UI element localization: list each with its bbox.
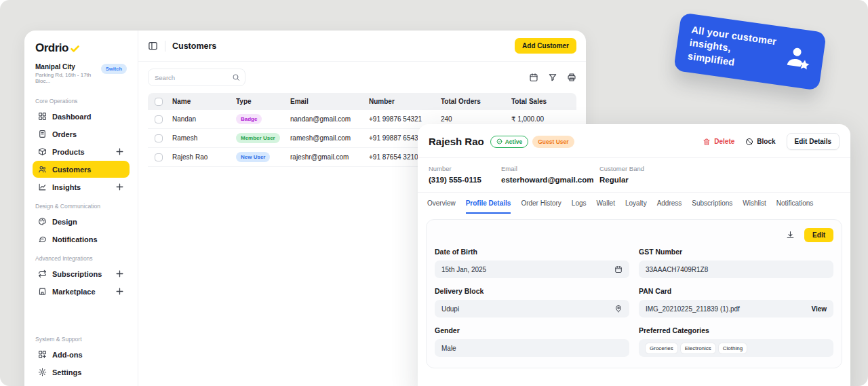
sidebar-item-notifications[interactable]: Notifications	[33, 231, 130, 248]
field-label: Delivery Block	[435, 287, 629, 295]
table-toolbar	[138, 62, 586, 92]
form-grid: Date of Birth 15th Jan, 2025 GST Number …	[435, 248, 833, 357]
sidebar-collapse-icon[interactable]	[148, 41, 158, 51]
field-delivery-block: Delivery Block Udupi	[435, 287, 629, 317]
brand-logo-text: Ordrio	[35, 41, 68, 55]
tab-wallet[interactable]: Wallet	[597, 199, 615, 214]
sidebar-item-settings[interactable]: Settings	[33, 364, 130, 381]
delete-button[interactable]: Delete	[703, 138, 734, 146]
switch-store-button[interactable]: Switch	[101, 64, 127, 74]
search-icon	[232, 73, 240, 81]
preferred-categories-input[interactable]: Groceries Electronics Clothing	[639, 339, 833, 357]
field-label: PAN Card	[639, 287, 833, 295]
tab-logs[interactable]: Logs	[572, 199, 587, 214]
row-checkbox[interactable]	[155, 134, 163, 142]
tab-notifications[interactable]: Notifications	[776, 199, 813, 214]
calendar-icon[interactable]	[614, 265, 623, 273]
sidebar-item-label: Settings	[52, 368, 124, 377]
info-value: (319) 555-0115	[429, 176, 501, 184]
view-pan-link[interactable]: View	[811, 305, 827, 313]
printer-icon[interactable]	[567, 73, 576, 82]
info-email: Email esterhoward@gmail.com	[501, 165, 599, 184]
plus-icon[interactable]	[115, 269, 124, 278]
edit-button[interactable]: Edit	[804, 228, 833, 242]
tab-wishlist[interactable]: Wishlist	[743, 199, 766, 214]
sidebar-item-insights[interactable]: Insights	[33, 178, 130, 195]
sidebar-item-label: Add-ons	[52, 351, 124, 359]
table-header-row: Name Type Email Number Total Orders Tota…	[148, 93, 576, 110]
tab-overview[interactable]: Overview	[427, 199, 456, 214]
marketplace-icon	[38, 287, 47, 296]
download-icon[interactable]	[786, 231, 795, 239]
info-value: esterhoward@gmail.com	[501, 176, 599, 184]
customer-detail-panel: Rajesh Rao Active Guest User Delete Bloc…	[418, 124, 850, 386]
info-label: Customer Band	[599, 165, 644, 172]
field-pan-card: PAN Card IMG_20210225_211839 (1).pdf Vie…	[639, 287, 833, 317]
info-number: Number (319) 555-0115	[429, 165, 501, 184]
sidebar-item-customers[interactable]: Customers	[33, 161, 130, 178]
sidebar-item-label: Notifications	[52, 235, 124, 244]
filter-icon[interactable]	[548, 73, 557, 82]
category-chip: Groceries	[646, 343, 677, 353]
add-customer-button[interactable]: Add Customer	[515, 38, 576, 54]
sidebar-item-addons[interactable]: Add-ons	[33, 346, 130, 363]
subscriptions-icon	[38, 269, 47, 278]
type-badge: New User	[236, 152, 270, 162]
status-badge-label: Active	[505, 138, 523, 145]
location-pin-icon[interactable]	[614, 305, 623, 313]
sidebar-item-orders[interactable]: Orders	[33, 126, 130, 142]
tab-address[interactable]: Address	[657, 199, 682, 214]
column-header: Type	[236, 98, 290, 105]
cell-email: nandan@gmail.com	[290, 115, 369, 123]
check-circle-icon	[496, 138, 502, 144]
sidebar-item-subscriptions[interactable]: Subscriptions	[33, 265, 130, 282]
tab-subscriptions[interactable]: Subscriptions	[692, 199, 732, 214]
field-date-of-birth: Date of Birth 15th Jan, 2025	[435, 248, 629, 278]
field-value: 33AAACH7409R1Z8	[646, 266, 827, 273]
plus-icon[interactable]	[115, 182, 124, 191]
sidebar-item-design[interactable]: Design	[33, 213, 130, 230]
column-header: Total Sales	[511, 98, 576, 105]
edit-details-button[interactable]: Edit Details	[787, 133, 840, 150]
sidebar-item-dashboard[interactable]: Dashboard	[33, 108, 130, 125]
products-icon	[38, 147, 47, 156]
search-box	[148, 69, 245, 86]
tab-order-history[interactable]: Order History	[521, 199, 561, 214]
field-value: Udupi	[441, 305, 614, 313]
sidebar-item-help[interactable]: Help and support	[33, 381, 130, 386]
tab-loyalty[interactable]: Loyalty	[625, 199, 647, 214]
sidebar-item-label: Design	[52, 218, 124, 226]
detail-actions: Delete Block Edit Details	[703, 133, 840, 150]
date-of-birth-input[interactable]: 15th Jan, 2025	[435, 260, 629, 278]
plus-icon[interactable]	[115, 287, 124, 296]
store-address: Parking Rd, 16th - 17th Bloc...	[35, 72, 101, 84]
insights-icon	[38, 182, 47, 191]
field-gender: Gender Male	[435, 326, 629, 357]
sidebar-item-marketplace[interactable]: Marketplace	[33, 283, 130, 300]
search-input[interactable]	[148, 69, 245, 86]
block-button[interactable]: Block	[745, 138, 775, 146]
cell-email: ramesh@gmail.com	[290, 134, 369, 142]
header-divider	[165, 41, 165, 52]
addons-icon	[38, 350, 47, 359]
pan-card-input[interactable]: IMG_20210225_211839 (1).pdf View	[639, 300, 833, 317]
column-header: Name	[172, 98, 236, 105]
gst-number-input[interactable]: 33AAACH7409R1Z8	[639, 260, 833, 278]
sidebar-item-label: Customers	[52, 166, 124, 174]
cell-total-orders: 240	[441, 115, 511, 123]
type-badge: Badge	[236, 114, 262, 124]
tab-profile-details[interactable]: Profile Details	[466, 199, 511, 214]
sidebar-item-products[interactable]: Products	[33, 143, 130, 160]
dashboard-icon	[38, 112, 47, 121]
cell-name: Nandan	[172, 115, 236, 123]
page-header: Customers Add Customer	[138, 31, 586, 62]
row-checkbox[interactable]	[155, 153, 163, 161]
plus-icon[interactable]	[115, 147, 124, 156]
form-actions: Edit	[435, 228, 833, 242]
row-checkbox[interactable]	[155, 115, 163, 123]
block-label: Block	[757, 138, 775, 145]
gender-input[interactable]: Male	[435, 339, 629, 357]
calendar-icon[interactable]	[529, 73, 538, 82]
select-all-checkbox[interactable]	[155, 98, 163, 106]
delivery-block-input[interactable]: Udupi	[435, 300, 629, 317]
